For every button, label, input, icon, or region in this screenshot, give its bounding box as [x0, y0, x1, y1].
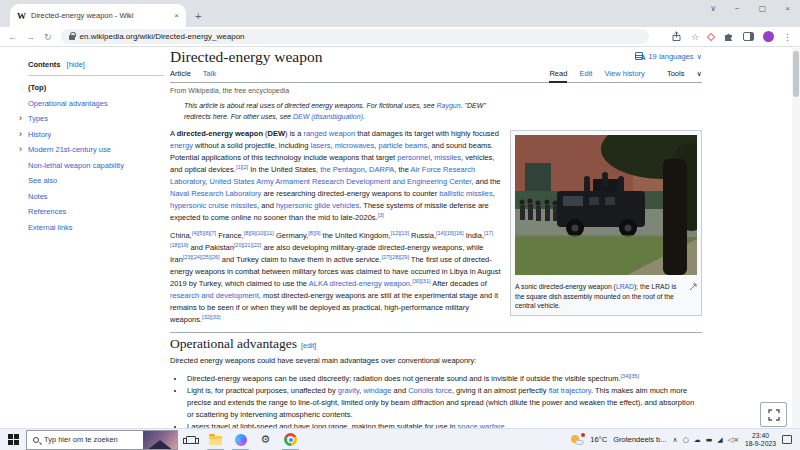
- sidebar-item[interactable]: Non-lethal weapon capability: [28, 162, 164, 170]
- sidebar-item-label[interactable]: Notes: [28, 192, 48, 201]
- taskbar: ⚙ 16°C Grotendeels b... ∧ ○ ☁ ▬ ◢ ◁× 23:…: [0, 428, 800, 450]
- toc-header: Contents: [28, 60, 61, 69]
- chevron-right-icon[interactable]: ›: [19, 130, 22, 138]
- window-minimize-button[interactable]: −: [735, 4, 740, 13]
- languages-button[interactable]: 19 languages ∨: [635, 52, 702, 61]
- fullscreen-toggle-button[interactable]: [760, 402, 787, 427]
- section-heading: Operational advantages: [170, 336, 297, 352]
- sidebar-item-label[interactable]: (Top): [28, 83, 46, 92]
- chevron-down-icon: ∨: [697, 69, 703, 78]
- sidebar-item[interactable]: › History: [28, 131, 164, 139]
- chevron-right-icon[interactable]: ›: [19, 145, 22, 153]
- window-close-button[interactable]: ×: [785, 4, 790, 13]
- settings-button[interactable]: ⚙: [253, 429, 278, 450]
- hatnote: This article is about real uses of direc…: [184, 100, 494, 122]
- profile-avatar[interactable]: [763, 31, 774, 42]
- weather-icon[interactable]: [571, 434, 584, 445]
- sidebar-item-label[interactable]: Modern 21st-century use: [28, 145, 111, 154]
- tab-title: Directed-energy weapon - Wiki: [31, 11, 169, 20]
- battery-icon[interactable]: ▬: [706, 436, 713, 444]
- hidden-icons-chevron-icon[interactable]: ∧: [673, 436, 678, 444]
- sidebar-item-label[interactable]: References: [28, 207, 66, 216]
- sidebar-item[interactable]: External links: [28, 224, 164, 232]
- browser-toolbar: ← → ↻ en.wikipedia.org/wiki/Directed-ene…: [0, 27, 800, 47]
- lrad-vehicle-image[interactable]: [515, 135, 697, 275]
- scrollbar[interactable]: [792, 48, 800, 428]
- browser-tab[interactable]: W Directed-energy weapon - Wiki ×: [10, 4, 186, 27]
- photos-app-button[interactable]: [228, 429, 253, 450]
- chrome-button[interactable]: [278, 429, 303, 450]
- view-read[interactable]: Read: [549, 69, 567, 83]
- wikipedia-favicon-icon: W: [17, 11, 26, 21]
- scrollbar-thumb[interactable]: [793, 51, 799, 97]
- sidebar-item-label[interactable]: Non-lethal weapon capability: [28, 161, 124, 170]
- sidebar-item[interactable]: See also: [28, 177, 164, 185]
- article-thumbnail[interactable]: A sonic directed-energy weapon (LRAD); t…: [510, 130, 702, 316]
- forward-icon[interactable]: →: [26, 32, 35, 42]
- view-edit[interactable]: Edit: [579, 69, 592, 78]
- chrome-icon: [284, 433, 297, 446]
- volume-muted-icon[interactable]: ◁×: [728, 436, 739, 444]
- bookmark-star-icon[interactable]: ☆: [691, 32, 699, 42]
- reload-icon[interactable]: ↻: [44, 32, 52, 42]
- extension-badge-icon[interactable]: [707, 32, 715, 40]
- url-text[interactable]: en.wikipedia.org/wiki/Directed-energy_we…: [80, 32, 245, 41]
- edit-section-link[interactable]: [edit]: [301, 342, 316, 349]
- sidebar-item-label[interactable]: See also: [28, 176, 57, 185]
- search-icon: [33, 437, 39, 443]
- taskbar-clock[interactable]: 23:40 18-9-2023: [745, 432, 776, 448]
- list-item: Light is, for practical purposes, unaffe…: [185, 385, 702, 421]
- clock-time: 23:40: [752, 432, 769, 439]
- extensions-puzzle-icon[interactable]: [723, 31, 734, 42]
- browser-tab-strip: W Directed-energy weapon - Wiki × + ∨ − …: [0, 0, 800, 27]
- address-bar[interactable]: en.wikipedia.org/wiki/Directed-energy_we…: [61, 29, 649, 44]
- action-center-icon[interactable]: [782, 435, 792, 444]
- taskbar-search[interactable]: [26, 430, 178, 450]
- chevron-right-icon[interactable]: ›: [19, 114, 22, 122]
- sidebar-item-label[interactable]: Types: [28, 114, 48, 123]
- screen: W Directed-energy weapon - Wiki × + ∨ − …: [0, 0, 800, 450]
- tools-menu[interactable]: Tools ∨: [657, 69, 702, 78]
- gear-icon: ⚙: [261, 433, 271, 446]
- browser-menu-icon[interactable]: ⋮: [783, 32, 792, 42]
- folder-icon: [209, 436, 222, 445]
- sidebar-item-label[interactable]: Operational advantages: [28, 99, 108, 108]
- view-history[interactable]: View history: [605, 69, 645, 78]
- windows-logo-icon: [8, 434, 19, 445]
- lock-icon[interactable]: [69, 35, 75, 40]
- page-title: Directed-energy weapon: [170, 48, 323, 66]
- onedrive-cloud-icon[interactable]: ☁: [694, 436, 701, 444]
- toc-hide-link[interactable]: [hide]: [67, 60, 85, 69]
- task-view-icon: [186, 436, 196, 444]
- tab-close-icon[interactable]: ×: [174, 11, 179, 20]
- file-explorer-button[interactable]: [203, 429, 228, 450]
- image-caption: A sonic directed-energy weapon (LRAD); t…: [515, 282, 697, 311]
- sidebar-item[interactable]: Notes: [28, 193, 164, 201]
- sidebar-item-label[interactable]: History: [28, 130, 51, 139]
- share-icon[interactable]: [671, 31, 682, 42]
- weather-label[interactable]: Grotendeels b...: [613, 435, 666, 444]
- new-tab-button[interactable]: +: [195, 10, 201, 22]
- weather-temp[interactable]: 16°C: [590, 435, 607, 444]
- start-button[interactable]: [0, 429, 26, 450]
- chevron-down-icon: ∨: [697, 52, 703, 61]
- task-view-button[interactable]: [178, 429, 203, 450]
- side-panel-icon[interactable]: [743, 32, 754, 41]
- sidebar-item[interactable]: › Types: [28, 115, 164, 123]
- network-signal-icon[interactable]: ◢: [717, 436, 722, 444]
- sidebar-item[interactable]: (Top): [28, 84, 164, 92]
- meet-now-icon[interactable]: ○: [683, 436, 689, 444]
- sidebar-item[interactable]: References: [28, 208, 164, 216]
- sidebar-item-label[interactable]: External links: [28, 223, 73, 232]
- sidebar-item[interactable]: › Modern 21st-century use: [28, 146, 164, 154]
- tab-article[interactable]: Article: [170, 69, 191, 78]
- sidebar-item[interactable]: Operational advantages: [28, 100, 164, 108]
- search-input[interactable]: [44, 435, 120, 444]
- paragraph-1: A directed-energy weapon (DEW) is a rang…: [170, 128, 502, 224]
- back-icon[interactable]: ←: [8, 32, 17, 42]
- tab-search-icon[interactable]: ∨: [710, 4, 716, 13]
- search-weather-image[interactable]: [143, 431, 177, 450]
- enlarge-icon[interactable]: [689, 283, 697, 291]
- tab-talk[interactable]: Talk: [203, 69, 216, 78]
- window-maximize-button[interactable]: ▢: [759, 4, 767, 13]
